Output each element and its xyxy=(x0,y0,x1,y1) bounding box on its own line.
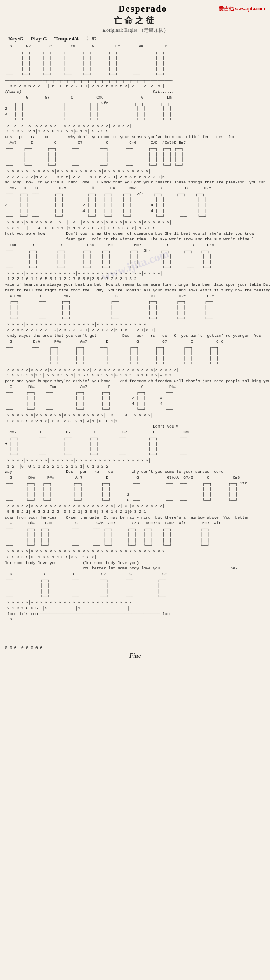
score-block-9: Am7 D D7 G G7 C Cm6 ┌──┐ ┌──┐ ┌──┐ ┌──┐ … xyxy=(5,430,265,469)
score-block-12: D D G G7 C Cm ┌──┐ ┌──┐ ┌──┐ ┌──┐ ┌──┐ ┌… xyxy=(5,571,265,611)
tempo-label: Tempo:4/4 xyxy=(54,35,79,42)
score-block-11: G D♭# F#m C G/B Am7 G/D #Gm7♭D F#m7 4fr … xyxy=(5,520,265,560)
play-label: Play:G xyxy=(31,35,47,42)
score-block-2: G G7 C Cm6 G Em ┌──┐ ┌──┐ ┌──┐ ┌──┐ 2fr … xyxy=(5,95,265,134)
score-block-10: G D♭# F#m Am7 D G G7♭/A G7/B C Cm6 ┌──┐ … xyxy=(5,475,265,515)
score-block-4: Am7 D G D♭# 𝄋 Em Bm7 C G D♭# ┌──┐ ┌──┐ ┌… xyxy=(5,186,265,231)
full-score: G G7 C Cm G Em Am D ┌──┐ ┌──┐ ┌──┐ ┌──┐ … xyxy=(5,44,265,659)
key-line: Key:G Play:G Tempo:4/4 ♩=62 xyxy=(5,35,265,42)
key-label: Key:G xyxy=(8,35,23,42)
site-brand: 爱吉他 www.ijita.com xyxy=(219,5,265,12)
lyrics-10b: You better let some body love you be- xyxy=(5,566,265,571)
lyrics-9: down from your fen-ces O-pen the gate It… xyxy=(5,515,265,521)
song-title-cn: 亡命之徒 xyxy=(5,15,265,26)
score-label-piano: (Piano) Rit...... xyxy=(5,89,265,95)
lyrics-1: Des - pe - ra - do why don't you come to… xyxy=(5,134,265,140)
lyrics-3b: feet get cold in the winter time The sky… xyxy=(5,237,265,242)
lyrics-4b: hard to tell the night time from the day… xyxy=(5,288,265,294)
score-block-6: ♦ F#m C Am7 G G7 D♭# C♭m ┌──┐ ┌──┐ ┌──┐ … xyxy=(5,294,265,333)
lyrics-4: -ace of hearts is always your best is be… xyxy=(5,282,265,288)
original-info: ▲original: Eagles （老鹰乐队） xyxy=(5,27,265,34)
lyrics-10: let some body love you (let some body lo… xyxy=(5,560,265,566)
score-block-13: G ┌──┐ │ │ │ │ └──┘ 0 0 0 0 0 0 0 0 xyxy=(5,617,265,651)
lyrics-5: -only ways: the ones that you can't get … xyxy=(5,333,265,339)
score-block-1: G G7 C Cm G Em Am D ┌──┐ ┌──┐ ┌──┐ ┌──┐ … xyxy=(5,44,265,89)
lyrics-3: hurt you some how Don't you draw the que… xyxy=(5,231,265,237)
lyrics-8: way Des - per - ra - do why don't you co… xyxy=(5,469,265,475)
lyrics-6: pain and your hunger they're drivin' you… xyxy=(5,378,265,384)
lyrics-2: so long now Oh you're a hard one I know … xyxy=(5,180,265,186)
song-title-en: Desperado xyxy=(118,3,167,14)
header-top: Desperado 爱吉他 www.ijita.com xyxy=(5,3,265,14)
score-block-5: F#m C G D♭# Em Bm7 C G D♭# ┌──┐ ┌──┐ ┌──… xyxy=(5,242,265,282)
score-block-3: Am7 D G G7 C Cm6 G/D #Gm7♭D Em7 ┌──┐ ┌──… xyxy=(5,140,265,180)
lyrics-11: -fore it's too ─────────────────────────… xyxy=(5,611,265,617)
lyrics-7: Don't you 𝄋 xyxy=(5,424,265,430)
bpm-label: ♩=62 xyxy=(86,35,97,42)
score-block-8: G D♭# F#m Am7 D G D♭# ┌──┐ ┌──┐ ┌──┐ ┌──… xyxy=(5,384,265,424)
page: Desperado 爱吉他 www.ijita.com 亡命之徒 ▲origin… xyxy=(0,0,270,663)
score-block-7: G D♭# F#m Am7 D G G7 C Cm6 ┌──┐ ┌──┐ ┌──… xyxy=(5,339,265,378)
fine-label: Fine xyxy=(5,653,265,659)
